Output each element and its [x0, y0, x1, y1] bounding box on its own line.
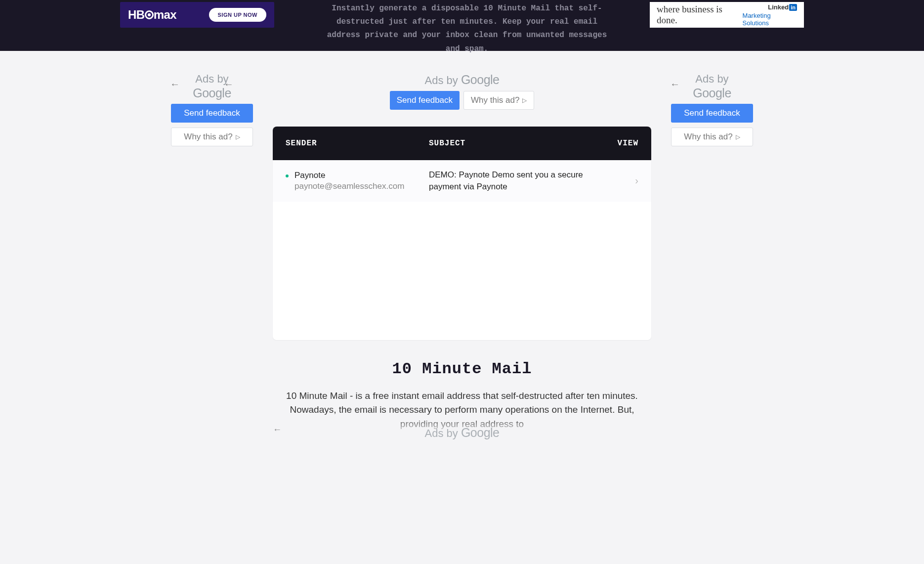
ads-by-label: Ads by Google: [390, 73, 535, 87]
why-this-ad-button[interactable]: Why this ad?▷: [171, 128, 253, 146]
bottom-ad-partial: ← Ads by Google: [273, 417, 651, 440]
ads-by-label: Ads byGoogle: [671, 73, 753, 101]
hbo-ad[interactable]: HBmax SIGN UP NOW: [120, 2, 274, 28]
unread-dot-icon: [286, 174, 289, 177]
hero-description: Instantly generate a disposable 10 Minut…: [324, 2, 610, 56]
hero-header: HBmax SIGN UP NOW Instantly generate a d…: [0, 0, 924, 51]
why-this-ad-button[interactable]: Why this ad?▷: [671, 128, 753, 146]
mail-subject: DEMO: Paynote Demo sent you a secure pay…: [429, 169, 619, 193]
linkedin-ad[interactable]: where business is done. Linkedin Marketi…: [650, 2, 804, 28]
col-header-subject: SUBJECT: [429, 139, 609, 148]
linkedin-brand: Linkedin Marketing Solutions: [743, 3, 797, 27]
back-arrow-icon[interactable]: ←: [224, 79, 234, 90]
inbox-panel: SENDER SUBJECT VIEW Paynote paynote@seam…: [273, 127, 651, 340]
send-feedback-button[interactable]: Send feedback: [671, 104, 753, 123]
about-title: 10 Minute Mail: [273, 360, 651, 378]
sender-name: Paynote: [294, 171, 404, 180]
adchoices-icon: ▷: [522, 97, 527, 104]
right-ad-panel: ← Ads byGoogle Send feedback Why this ad…: [671, 73, 753, 146]
back-arrow-icon[interactable]: ←: [670, 79, 680, 90]
col-header-view: VIEW: [609, 139, 638, 148]
col-header-sender: SENDER: [286, 139, 429, 148]
back-arrow-icon[interactable]: ←: [273, 425, 282, 435]
inbox-row[interactable]: Paynote paynote@seamlesschex.com DEMO: P…: [273, 160, 651, 202]
inbox-empty-area: [273, 202, 651, 340]
back-arrow-icon[interactable]: ←: [170, 79, 180, 90]
linkedin-tagline: where business is done.: [657, 4, 743, 26]
signup-button[interactable]: SIGN UP NOW: [209, 8, 266, 22]
ads-by-label: Ads by Google: [424, 426, 499, 440]
ads-by-label: Ads byGoogle: [171, 73, 253, 101]
send-feedback-button[interactable]: Send feedback: [390, 91, 460, 110]
why-this-ad-button[interactable]: Why this ad?▷: [463, 91, 534, 110]
center-ad-panel: ← Ads by Google Send feedback Why this a…: [390, 73, 535, 110]
chevron-right-icon[interactable]: ›: [619, 175, 638, 186]
adchoices-icon: ▷: [236, 133, 240, 140]
hbo-logo: HBmax: [128, 8, 176, 22]
left-ad-panel: ← Ads byGoogle Send feedback Why this ad…: [171, 73, 253, 146]
send-feedback-button[interactable]: Send feedback: [171, 104, 253, 123]
adchoices-icon: ▷: [736, 133, 740, 140]
inbox-header-row: SENDER SUBJECT VIEW: [273, 127, 651, 160]
sender-email: paynote@seamlesschex.com: [294, 181, 404, 191]
